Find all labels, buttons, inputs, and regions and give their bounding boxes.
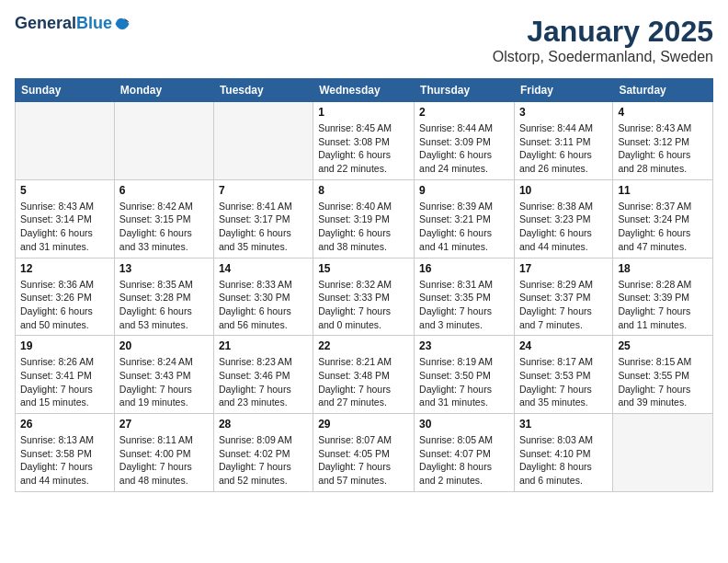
calendar-cell: 7Sunrise: 8:41 AM Sunset: 3:17 PM Daylig… xyxy=(213,179,313,258)
calendar-cell xyxy=(213,102,313,180)
cell-daylight-text: Sunrise: 8:32 AM Sunset: 3:33 PM Dayligh… xyxy=(318,278,409,332)
day-number: 20 xyxy=(119,339,209,352)
cell-daylight-text: Sunrise: 8:11 AM Sunset: 4:00 PM Dayligh… xyxy=(119,433,209,488)
day-number: 18 xyxy=(618,262,708,275)
cell-daylight-text: Sunrise: 8:24 AM Sunset: 3:43 PM Dayligh… xyxy=(119,355,209,409)
weekday-header-cell: Sunday xyxy=(16,79,115,102)
location-title: Olstorp, Soedermanland, Sweden xyxy=(493,49,713,65)
day-number: 26 xyxy=(20,418,109,431)
day-number: 14 xyxy=(219,262,308,275)
title-section: January 2025 Olstorp, Soedermanland, Swe… xyxy=(493,15,713,65)
day-number: 1 xyxy=(318,106,409,119)
calendar-cell: 6Sunrise: 8:42 AM Sunset: 3:15 PM Daylig… xyxy=(114,179,213,258)
cell-daylight-text: Sunrise: 8:41 AM Sunset: 3:17 PM Dayligh… xyxy=(219,200,308,254)
calendar-cell: 29Sunrise: 8:07 AM Sunset: 4:05 PM Dayli… xyxy=(313,414,415,492)
weekday-header-cell: Monday xyxy=(114,79,213,102)
cell-daylight-text: Sunrise: 8:37 AM Sunset: 3:24 PM Dayligh… xyxy=(618,200,708,254)
calendar-week-row: 26Sunrise: 8:13 AM Sunset: 3:58 PM Dayli… xyxy=(16,414,713,492)
weekday-header-cell: Thursday xyxy=(415,79,515,102)
weekday-header-cell: Tuesday xyxy=(213,79,313,102)
day-number: 29 xyxy=(318,418,409,431)
calendar-cell: 15Sunrise: 8:32 AM Sunset: 3:33 PM Dayli… xyxy=(313,258,415,336)
calendar-week-row: 1Sunrise: 8:45 AM Sunset: 3:08 PM Daylig… xyxy=(16,102,713,180)
calendar-cell: 25Sunrise: 8:15 AM Sunset: 3:55 PM Dayli… xyxy=(613,336,713,414)
calendar-cell: 30Sunrise: 8:05 AM Sunset: 4:07 PM Dayli… xyxy=(415,414,515,492)
cell-daylight-text: Sunrise: 8:15 AM Sunset: 3:55 PM Dayligh… xyxy=(618,355,708,409)
cell-daylight-text: Sunrise: 8:19 AM Sunset: 3:50 PM Dayligh… xyxy=(419,355,509,409)
calendar-cell: 17Sunrise: 8:29 AM Sunset: 3:37 PM Dayli… xyxy=(514,258,612,336)
calendar-cell: 19Sunrise: 8:26 AM Sunset: 3:41 PM Dayli… xyxy=(16,336,115,414)
calendar-cell: 20Sunrise: 8:24 AM Sunset: 3:43 PM Dayli… xyxy=(114,336,213,414)
day-number: 17 xyxy=(519,262,608,275)
day-number: 22 xyxy=(318,339,409,352)
cell-daylight-text: Sunrise: 8:38 AM Sunset: 3:23 PM Dayligh… xyxy=(519,200,608,254)
day-number: 19 xyxy=(20,339,109,352)
day-number: 2 xyxy=(419,106,509,119)
logo-icon xyxy=(114,16,131,32)
day-number: 7 xyxy=(219,184,308,197)
calendar-cell: 14Sunrise: 8:33 AM Sunset: 3:30 PM Dayli… xyxy=(213,258,313,336)
calendar-cell: 24Sunrise: 8:17 AM Sunset: 3:53 PM Dayli… xyxy=(514,336,612,414)
calendar-cell: 13Sunrise: 8:35 AM Sunset: 3:28 PM Dayli… xyxy=(114,258,213,336)
day-number: 30 xyxy=(419,418,509,431)
cell-daylight-text: Sunrise: 8:44 AM Sunset: 3:09 PM Dayligh… xyxy=(419,121,509,176)
cell-daylight-text: Sunrise: 8:03 AM Sunset: 4:10 PM Dayligh… xyxy=(519,433,608,488)
calendar-cell xyxy=(16,102,115,180)
day-number: 21 xyxy=(219,339,308,352)
calendar-cell: 12Sunrise: 8:36 AM Sunset: 3:26 PM Dayli… xyxy=(16,258,115,336)
cell-daylight-text: Sunrise: 8:09 AM Sunset: 4:02 PM Dayligh… xyxy=(219,433,308,488)
cell-daylight-text: Sunrise: 8:33 AM Sunset: 3:30 PM Dayligh… xyxy=(219,278,308,332)
cell-daylight-text: Sunrise: 8:36 AM Sunset: 3:26 PM Dayligh… xyxy=(20,278,109,332)
day-number: 9 xyxy=(419,184,509,197)
cell-daylight-text: Sunrise: 8:42 AM Sunset: 3:15 PM Dayligh… xyxy=(119,200,209,254)
day-number: 31 xyxy=(519,418,608,431)
cell-daylight-text: Sunrise: 8:40 AM Sunset: 3:19 PM Dayligh… xyxy=(318,200,409,254)
calendar-cell: 1Sunrise: 8:45 AM Sunset: 3:08 PM Daylig… xyxy=(313,102,415,180)
day-number: 28 xyxy=(219,418,308,431)
calendar-cell xyxy=(613,414,713,492)
calendar-cell: 8Sunrise: 8:40 AM Sunset: 3:19 PM Daylig… xyxy=(313,179,415,258)
day-number: 13 xyxy=(119,262,209,275)
calendar-cell: 18Sunrise: 8:28 AM Sunset: 3:39 PM Dayli… xyxy=(613,258,713,336)
month-title: January 2025 xyxy=(493,15,713,49)
calendar-week-row: 19Sunrise: 8:26 AM Sunset: 3:41 PM Dayli… xyxy=(16,336,713,414)
cell-daylight-text: Sunrise: 8:13 AM Sunset: 3:58 PM Dayligh… xyxy=(20,433,109,488)
day-number: 11 xyxy=(618,184,708,197)
calendar-cell: 26Sunrise: 8:13 AM Sunset: 3:58 PM Dayli… xyxy=(16,414,115,492)
calendar-cell: 31Sunrise: 8:03 AM Sunset: 4:10 PM Dayli… xyxy=(514,414,612,492)
day-number: 6 xyxy=(119,184,209,197)
day-number: 24 xyxy=(519,339,608,352)
calendar-cell: 21Sunrise: 8:23 AM Sunset: 3:46 PM Dayli… xyxy=(213,336,313,414)
cell-daylight-text: Sunrise: 8:05 AM Sunset: 4:07 PM Dayligh… xyxy=(419,433,509,488)
calendar-week-row: 12Sunrise: 8:36 AM Sunset: 3:26 PM Dayli… xyxy=(16,258,713,336)
cell-daylight-text: Sunrise: 8:45 AM Sunset: 3:08 PM Dayligh… xyxy=(318,121,409,176)
calendar-cell: 27Sunrise: 8:11 AM Sunset: 4:00 PM Dayli… xyxy=(114,414,213,492)
weekday-header-cell: Friday xyxy=(514,79,612,102)
cell-daylight-text: Sunrise: 8:29 AM Sunset: 3:37 PM Dayligh… xyxy=(519,278,608,332)
calendar-cell: 10Sunrise: 8:38 AM Sunset: 3:23 PM Dayli… xyxy=(514,179,612,258)
logo-text: GeneralBlue xyxy=(15,15,112,33)
calendar-cell xyxy=(114,102,213,180)
calendar-cell: 3Sunrise: 8:44 AM Sunset: 3:11 PM Daylig… xyxy=(514,102,612,180)
day-number: 25 xyxy=(618,339,708,352)
calendar-cell: 16Sunrise: 8:31 AM Sunset: 3:35 PM Dayli… xyxy=(415,258,515,336)
cell-daylight-text: Sunrise: 8:23 AM Sunset: 3:46 PM Dayligh… xyxy=(219,355,308,409)
cell-daylight-text: Sunrise: 8:43 AM Sunset: 3:14 PM Dayligh… xyxy=(20,200,109,254)
calendar-table: SundayMondayTuesdayWednesdayThursdayFrid… xyxy=(15,78,713,492)
day-number: 10 xyxy=(519,184,608,197)
weekday-header-cell: Wednesday xyxy=(313,79,415,102)
calendar-cell: 23Sunrise: 8:19 AM Sunset: 3:50 PM Dayli… xyxy=(415,336,515,414)
calendar-cell: 5Sunrise: 8:43 AM Sunset: 3:14 PM Daylig… xyxy=(16,179,115,258)
calendar-week-row: 5Sunrise: 8:43 AM Sunset: 3:14 PM Daylig… xyxy=(16,179,713,258)
day-number: 8 xyxy=(318,184,409,197)
calendar-cell: 11Sunrise: 8:37 AM Sunset: 3:24 PM Dayli… xyxy=(613,179,713,258)
day-number: 23 xyxy=(419,339,509,352)
cell-daylight-text: Sunrise: 8:07 AM Sunset: 4:05 PM Dayligh… xyxy=(318,433,409,488)
calendar-cell: 28Sunrise: 8:09 AM Sunset: 4:02 PM Dayli… xyxy=(213,414,313,492)
day-number: 27 xyxy=(119,418,209,431)
day-number: 3 xyxy=(519,106,608,119)
cell-daylight-text: Sunrise: 8:44 AM Sunset: 3:11 PM Dayligh… xyxy=(519,121,608,176)
cell-daylight-text: Sunrise: 8:28 AM Sunset: 3:39 PM Dayligh… xyxy=(618,278,708,332)
calendar-cell: 4Sunrise: 8:43 AM Sunset: 3:12 PM Daylig… xyxy=(613,102,713,180)
logo: GeneralBlue xyxy=(15,15,131,33)
